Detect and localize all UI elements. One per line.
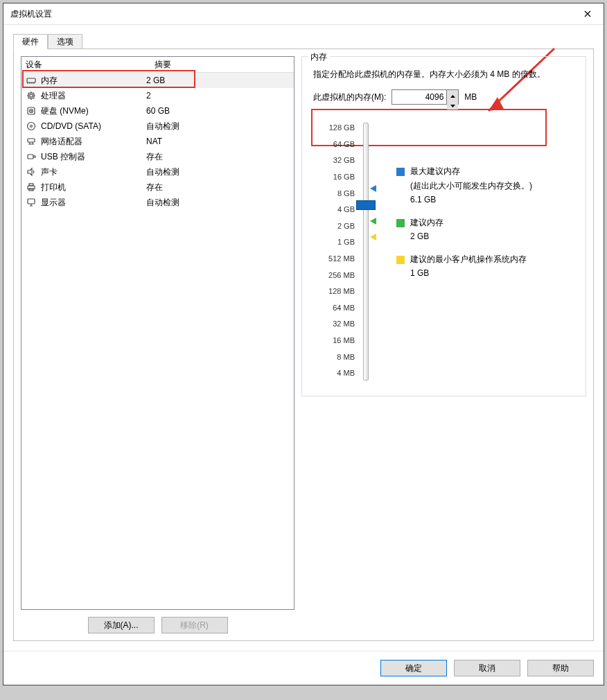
legend-square-min-icon [396, 256, 405, 264]
legend-square-max-icon [396, 168, 405, 176]
device-row-cd[interactable]: CD/DVD (SATA)自动检测 [21, 119, 294, 134]
tick-label: 4 MB [337, 365, 355, 382]
device-summary: 自动检测 [146, 121, 294, 132]
tick-label: 64 MB [333, 300, 355, 317]
device-name: 显示器 [41, 197, 66, 209]
help-button[interactable]: 帮助 [527, 660, 594, 676]
legend-max-note: (超出此大小可能发生内存交换。) [410, 180, 532, 192]
spin-down-button[interactable] [447, 100, 458, 110]
chevron-down-icon [450, 100, 455, 110]
device-row-cpu[interactable]: 处理器2 [21, 88, 294, 103]
legend-rec-value: 2 GB [410, 231, 429, 241]
device-list-header: 设备 摘要 [21, 57, 294, 73]
memory-slider[interactable] [355, 120, 376, 382]
device-row-printer[interactable]: 打印机存在 [21, 180, 294, 195]
marker-min-icon [369, 233, 377, 243]
spin-up-button[interactable] [447, 90, 458, 100]
tick-label: 128 GB [329, 120, 355, 137]
sound-icon [26, 166, 37, 177]
tick-label: 16 MB [333, 333, 355, 349]
device-summary: 60 GB [146, 106, 294, 116]
memory-icon [26, 75, 37, 86]
memory-unit: MB [464, 92, 477, 102]
ok-button[interactable]: 确定 [380, 660, 447, 676]
memory-slider-thumb[interactable] [356, 200, 376, 210]
device-row-memory[interactable]: 内存2 GB [21, 73, 294, 88]
memory-legend-column: 最大建议内存 (超出此大小可能发生内存交换。) 6.1 GB [376, 120, 574, 382]
device-summary: 自动检测 [146, 197, 294, 209]
legend-max-value: 6.1 GB [410, 195, 436, 204]
device-summary: 自动检测 [146, 166, 294, 178]
memory-input[interactable] [392, 90, 446, 104]
add-button[interactable]: 添加(A)... [88, 617, 155, 633]
device-row-sound[interactable]: 声卡自动检测 [21, 164, 294, 180]
device-name: 打印机 [41, 182, 66, 193]
device-row-disk[interactable]: 硬盘 (NVMe)60 GB [21, 103, 294, 119]
device-summary: 存在 [146, 151, 294, 163]
usb-icon [26, 151, 37, 162]
device-name: USB 控制器 [41, 151, 85, 163]
device-summary: 存在 [146, 182, 294, 193]
tick-label: 32 MB [333, 316, 355, 333]
tick-label: 8 GB [337, 186, 355, 202]
device-row-display[interactable]: 显示器自动检测 [21, 195, 294, 210]
memory-description: 指定分配给此虚拟机的内存量。内存大小必须为 4 MB 的倍数。 [313, 68, 574, 81]
tick-label: 512 MB [328, 251, 355, 268]
tick-label: 4 GB [337, 202, 355, 218]
tick-label: 2 GB [337, 218, 355, 235]
dialog-footer: 确定 取消 帮助 [3, 651, 604, 685]
close-button[interactable] [572, 3, 604, 24]
device-name: 网络适配器 [41, 136, 82, 148]
cpu-icon [26, 90, 37, 101]
tick-label: 32 GB [333, 152, 355, 169]
tab-hardware[interactable]: 硬件 [13, 34, 48, 49]
vm-settings-dialog: 虚拟机设置 硬件 选项 设备 摘要 内存2 GB处理器2硬盘 (NVMe)60 … [3, 3, 604, 685]
tick-label: 256 MB [328, 268, 355, 284]
remove-button: 移除(R) [161, 617, 228, 633]
tick-label: 128 MB [328, 283, 355, 300]
tab-page-hardware: 设备 摘要 内存2 GB处理器2硬盘 (NVMe)60 GBCD/DVD (SA… [13, 49, 594, 641]
legend-min-value: 1 GB [410, 268, 429, 278]
device-name: CD/DVD (SATA) [41, 121, 101, 131]
tab-options[interactable]: 选项 [48, 34, 82, 49]
memory-slider-track [363, 123, 369, 380]
memory-legend: 内存 [308, 51, 330, 63]
memory-spinbox[interactable] [392, 89, 459, 105]
device-row-usb[interactable]: USB 控制器存在 [21, 149, 294, 164]
disk-icon [26, 105, 37, 116]
close-icon [582, 8, 593, 19]
title-bar: 虚拟机设置 [3, 3, 604, 25]
marker-recommended-icon [369, 217, 377, 227]
legend-min-title: 建议的最小客户机操作系统内存 [410, 254, 527, 265]
device-summary: NAT [146, 137, 294, 146]
cancel-button[interactable]: 取消 [454, 660, 520, 676]
tick-label: 64 GB [333, 137, 355, 153]
legend-square-rec-icon [396, 219, 405, 227]
tab-strip: 硬件 选项 [13, 33, 594, 49]
window-title: 虚拟机设置 [10, 8, 572, 20]
device-list: 设备 摘要 内存2 GB处理器2硬盘 (NVMe)60 GBCD/DVD (SA… [21, 56, 294, 610]
device-summary: 2 GB [146, 76, 294, 85]
tick-label: 8 MB [337, 349, 355, 366]
header-device[interactable]: 设备 [21, 59, 150, 71]
device-summary: 2 [146, 91, 294, 100]
tick-label: 1 GB [337, 234, 355, 251]
memory-input-label: 此虚拟机的内存(M): [313, 91, 386, 103]
net-icon [26, 136, 37, 147]
device-name: 内存 [41, 75, 58, 87]
device-name: 声卡 [41, 166, 58, 178]
legend-rec-title: 建议内存 [410, 217, 443, 229]
memory-tick-labels: 128 GB64 GB32 GB16 GB8 GB4 GB2 GB1 GB512… [313, 120, 355, 382]
memory-groupbox: 内存 指定分配给此虚拟机的内存量。内存大小必须为 4 MB 的倍数。 此虚拟机的… [301, 56, 586, 396]
printer-icon [26, 182, 37, 193]
device-row-net[interactable]: 网络适配器NAT [21, 134, 294, 149]
device-name: 处理器 [41, 90, 66, 102]
device-name: 硬盘 (NVMe) [41, 105, 89, 117]
tick-label: 16 GB [333, 169, 355, 186]
marker-max-icon [369, 184, 377, 195]
chevron-up-icon [450, 90, 455, 100]
header-summary[interactable]: 摘要 [150, 59, 294, 71]
cd-icon [26, 121, 37, 132]
display-icon [26, 197, 37, 208]
legend-max-title: 最大建议内存 [410, 166, 460, 177]
